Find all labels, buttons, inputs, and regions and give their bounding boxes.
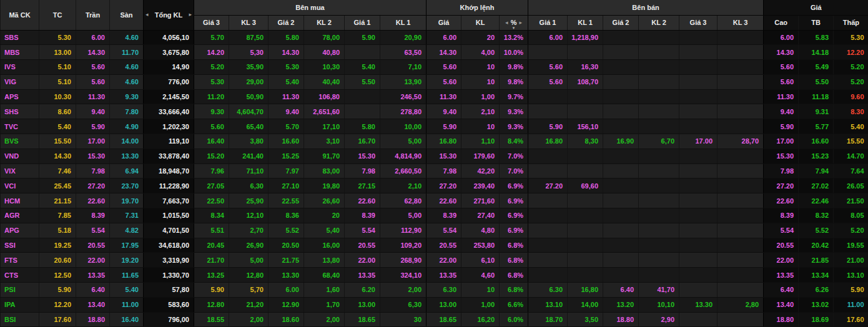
col-header-match-pct[interactable]: ◂ % ▸ ▾ (500, 15, 528, 30)
ticker-shs[interactable]: SHS (1, 104, 39, 119)
stock-row: APS10.3011.309.302,145,5011.2050,9011.30… (1, 89, 868, 104)
cell-match-pct: 8.4% (500, 134, 528, 149)
cell-match-price: 6.00 (427, 30, 461, 45)
cell-match-vol: 10 (461, 283, 500, 298)
cell-avg: 13.34 (799, 268, 834, 283)
cell-sell-vol-1 (568, 164, 603, 178)
cell-buy-vol-2: 68,40 (304, 268, 345, 283)
cell-buy-vol-1: 2,660,50 (380, 164, 427, 178)
ticker-psi[interactable]: PSI (1, 283, 39, 298)
cell-buy-price-2: 11.30 (269, 89, 304, 104)
ticker-aps[interactable]: APS (1, 89, 39, 104)
ticker-agr[interactable]: AGR (1, 208, 39, 223)
stock-row: FTS20.6022.0019.203,319,9021.705,0021.75… (1, 253, 868, 268)
cell-buy-price-1: 8.39 (345, 208, 380, 223)
cell-buy-price-3: 5.20 (194, 60, 229, 75)
stock-row: BSI17.6018.8016.40796,0018.552,0018.602,… (1, 312, 868, 327)
cell-sell-vol-2 (639, 119, 679, 134)
cell-low: 5.90 (834, 283, 868, 298)
cell-match-vol: 10 (461, 119, 500, 134)
tong-kl-next-arrow-icon[interactable]: ▸ (189, 12, 192, 17)
cell-ceiling-price: 13.40 (76, 297, 110, 312)
cell-total-volume: 18,948,70 (144, 164, 194, 178)
cell-low: 8.30 (834, 104, 868, 119)
col-header-sell-gia1: Giá 1 (528, 15, 568, 30)
cell-avg: 8.32 (799, 208, 834, 223)
cell-avg: 21.85 (799, 253, 834, 268)
pct-next-arrow-icon[interactable]: ▸ (519, 20, 522, 26)
cell-buy-price-2: 14.30 (269, 45, 304, 60)
cell-sell-price-1 (528, 89, 568, 104)
ticker-ivs[interactable]: IVS (1, 60, 39, 75)
cell-sell-vol-3 (718, 253, 764, 268)
cell-sell-price-1 (528, 268, 568, 283)
cell-match-pct: 6.9% (500, 223, 528, 238)
cell-sell-price-3 (679, 104, 718, 119)
cell-buy-vol-1: 5,00 (380, 134, 427, 149)
cell-buy-price-1 (345, 104, 380, 119)
ticker-bvs[interactable]: BVS (1, 134, 39, 149)
ticker-apg[interactable]: APG (1, 223, 39, 238)
stock-row: IVS5.105.604.6014,905.2035,905.3010,305.… (1, 60, 868, 75)
cell-sell-price-3 (679, 193, 718, 208)
cell-buy-vol-3: 50,90 (229, 89, 269, 104)
ticker-mbs[interactable]: MBS (1, 45, 39, 60)
ticker-vci[interactable]: VCI (1, 178, 39, 193)
cell-total-volume: 11,228,90 (144, 178, 194, 193)
board-header: Mã CK TC Trần Sàn ◂ Tổng KL ▸ Bên mua Kh… (1, 0, 868, 30)
cell-sell-price-1: 6.30 (528, 283, 568, 298)
cell-sell-vol-3 (718, 223, 764, 238)
pct-prev-arrow-icon[interactable]: ◂ (505, 20, 508, 26)
cell-match-price: 5.60 (427, 60, 461, 75)
cell-match-vol: 10 (461, 60, 500, 75)
cell-match-vol: 271,60 (461, 193, 500, 208)
ticker-sbs[interactable]: SBS (1, 30, 39, 45)
cell-total-volume: 33,878,40 (144, 149, 194, 164)
cell-avg: 20.42 (799, 238, 834, 253)
cell-sell-vol-2: 41,70 (639, 283, 679, 298)
cell-buy-price-3: 14.20 (194, 45, 229, 60)
cell-sell-vol-2 (639, 178, 679, 193)
cell-high: 11.30 (764, 89, 799, 104)
cell-match-price: 16.80 (427, 134, 461, 149)
ticker-ssi[interactable]: SSI (1, 238, 39, 253)
cell-sell-vol-1 (568, 89, 603, 104)
tong-kl-prev-arrow-icon[interactable]: ◂ (145, 12, 149, 17)
cell-sell-price-3: 13.30 (679, 297, 718, 312)
cell-low: 5.40 (834, 119, 868, 134)
cell-floor-price: 14.00 (110, 134, 144, 149)
ticker-vig[interactable]: VIG (1, 74, 39, 89)
cell-buy-vol-1: 246,50 (380, 89, 427, 104)
price-board: Mã CK TC Trần Sàn ◂ Tổng KL ▸ Bên mua Kh… (0, 0, 868, 327)
cell-match-vol: 1,00 (461, 89, 500, 104)
gia-group-label: Giá (811, 4, 822, 11)
cell-sell-price-2: 13.20 (603, 297, 639, 312)
ticker-hcm[interactable]: HCM (1, 193, 39, 208)
cell-buy-price-3: 5.30 (194, 74, 229, 89)
ticker-fts[interactable]: FTS (1, 253, 39, 268)
cell-match-price: 27.20 (427, 178, 461, 193)
cell-sell-vol-3 (718, 89, 764, 104)
cell-buy-price-3: 9.30 (194, 104, 229, 119)
cell-sell-price-2 (603, 149, 639, 164)
ticker-cts[interactable]: CTS (1, 268, 39, 283)
cell-buy-price-2: 16.60 (269, 134, 304, 149)
cell-sell-price-1 (528, 208, 568, 223)
cell-buy-vol-3: 87,50 (229, 30, 269, 45)
cell-buy-vol-3: 4,604,70 (229, 104, 269, 119)
cell-low: 5.20 (834, 60, 868, 75)
cell-avg: 5.49 (799, 60, 834, 75)
ticker-vnd[interactable]: VND (1, 149, 39, 164)
ticker-vix[interactable]: VIX (1, 164, 39, 178)
cell-ref-price: 12.20 (39, 297, 76, 312)
ticker-tvc[interactable]: TVC (1, 119, 39, 134)
cell-buy-price-2: 9.40 (269, 104, 304, 119)
cell-sell-vol-3 (718, 208, 764, 223)
cell-high: 13.40 (764, 297, 799, 312)
col-group-khop-lenh: Khớp lệnh (427, 0, 528, 15)
ticker-bsi[interactable]: BSI (1, 312, 39, 327)
cell-high: 17.00 (764, 134, 799, 149)
ticker-ipa[interactable]: IPA (1, 297, 39, 312)
cell-avg: 5.77 (799, 119, 834, 134)
cell-low: 5.30 (834, 30, 868, 45)
